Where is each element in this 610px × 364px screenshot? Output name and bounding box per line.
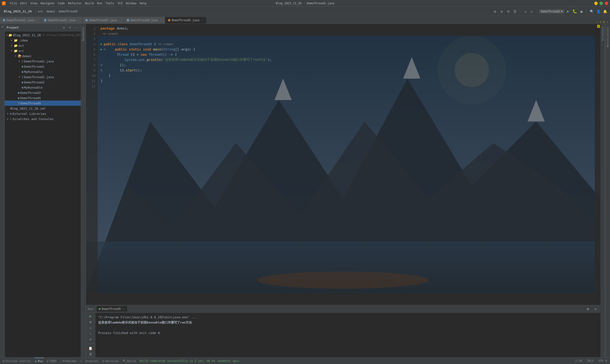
menu-file[interactable]: File: [9, 1, 18, 5]
menu-refactor[interactable]: Refactor: [66, 1, 83, 5]
run-softref-btn[interactable]: 📋: [88, 346, 94, 351]
tree-item-dt5[interactable]: J DemoThread5: [5, 101, 81, 106]
back-icon-btn[interactable]: ◁: [522, 8, 528, 14]
maximize-button[interactable]: □: [599, 2, 603, 5]
bookmarks-panel-toggle[interactable]: Bookmarks: [82, 25, 85, 41]
tab-overflow-btn[interactable]: ▾: [606, 21, 608, 24]
tree-item-blog[interactable]: ▼ 📁 Blog_2023_11_26 D:\Project\JAVA\Blog…: [5, 32, 81, 38]
encoding[interactable]: UTF-8: [597, 359, 608, 363]
menu-build[interactable]: Build: [84, 1, 95, 5]
tree-item-demo1[interactable]: ▼ 📦 demo1: [5, 53, 81, 59]
tab-demothread5[interactable]: DemoThread5.java ✕: [165, 17, 206, 24]
close-button[interactable]: ✕: [605, 2, 608, 5]
menu-code[interactable]: Code: [56, 1, 66, 5]
menu-window[interactable]: Window: [125, 1, 138, 5]
breadcrumb-demo1[interactable]: demo1: [46, 10, 55, 13]
run-stop-btn[interactable]: ■: [88, 319, 94, 324]
notification-icon-btn[interactable]: 🔔: [602, 8, 608, 14]
forward-icon-btn[interactable]: ▷: [529, 8, 535, 14]
menu-tools[interactable]: Tools: [104, 1, 116, 5]
bookmarks-label[interactable]: Bookmarks: [82, 27, 85, 41]
tree-item-dt2class[interactable]: ● DemoThread2: [5, 79, 81, 85]
run-tab-demothread5[interactable]: ■ DemoThread5 ✕: [96, 306, 127, 312]
tree-item-dt4[interactable]: ● DemoThread4: [5, 95, 81, 101]
debug-button[interactable]: 🐛: [572, 8, 578, 14]
run-gutter-icon[interactable]: ▶: [101, 42, 102, 46]
run-filter-btn[interactable]: ≡: [88, 337, 94, 342]
menu-navigate[interactable]: Navigate: [39, 1, 56, 5]
tab-close-icon[interactable]: ✕: [118, 19, 121, 22]
menu-edit[interactable]: Edit: [19, 1, 29, 5]
run-settings-icon[interactable]: ⚙: [585, 306, 591, 312]
panel-settings-icon[interactable]: ⚙: [61, 25, 66, 30]
tab-services[interactable]: ⚙ Services: [102, 358, 120, 364]
structure-label[interactable]: Structure: [601, 27, 604, 41]
tree-item-dt1file[interactable]: ▼ J DemoThread1.java: [5, 59, 81, 64]
panel-collapse-icon[interactable]: ≡: [67, 25, 73, 30]
project-name-label[interactable]: Blog_2023_11_26: [2, 10, 34, 13]
tree-item-dt1class[interactable]: ● DemoThread1: [5, 64, 81, 69]
panel-close-icon[interactable]: —: [74, 25, 79, 30]
status-right: 2:38 CRLF UTF-8: [574, 359, 608, 363]
collapse-icon-btn[interactable]: ⊟: [505, 8, 511, 14]
tree-item-dt2file[interactable]: ▼ J DemoThread2.java: [5, 74, 81, 79]
settings-icon-btn[interactable]: ⚙: [492, 8, 498, 14]
line-ending[interactable]: CRLF: [586, 359, 595, 363]
run-close-icon[interactable]: ✕: [592, 306, 598, 312]
run-scroll-btn[interactable]: ↓: [88, 331, 94, 336]
tree-item-myrunnable2[interactable]: ● MyRunnable: [5, 85, 81, 90]
tab-build[interactable]: 🔨 Build: [122, 358, 137, 364]
run-gutter-icon-2[interactable]: ▶: [101, 48, 102, 51]
tab-demothread1[interactable]: DemoThread1.java ✕: [0, 17, 41, 24]
tab-demothread3[interactable]: DemoThread3.java ✕: [82, 17, 124, 24]
tab-problems[interactable]: ⚠ Problems: [59, 358, 78, 364]
tab-close-icon[interactable]: ✕: [36, 19, 38, 22]
run-rerun-btn[interactable]: ↺: [88, 325, 94, 330]
run-config-name: DemoThread5: [541, 10, 560, 13]
structure-icon-btn[interactable]: ≡: [498, 8, 505, 14]
run-tab-close-icon[interactable]: ✕: [122, 307, 125, 311]
menu-vcs[interactable]: VCS: [116, 1, 124, 5]
coverage-button[interactable]: ▣: [578, 8, 584, 14]
tab-demothread4[interactable]: DemoThread4.java ✕: [124, 17, 165, 24]
minimize-button[interactable]: ─: [594, 2, 597, 5]
tab-close-icon[interactable]: ✕: [77, 19, 79, 22]
tab-label: DemoThread3.java: [89, 19, 117, 22]
tree-item-scratch[interactable]: ▶ ✎ Scratches and Consoles: [5, 116, 81, 121]
tab-demothread2[interactable]: DemoThread2.java ✕: [41, 17, 82, 24]
run-config-selector[interactable]: DemoThread5 ▼: [539, 9, 564, 13]
run-button[interactable]: ▶: [565, 8, 571, 14]
tree-item-extlib[interactable]: ▶ ⊞ External Libraries: [5, 111, 81, 116]
tab-version-control[interactable]: ⑆ Version Control: [2, 358, 32, 364]
tab-close-icon[interactable]: ✕: [159, 19, 162, 22]
run-output[interactable]: "C:\Program Files\Java\jdk1.8.0_192\bin\…: [95, 313, 600, 357]
tab-run[interactable]: ▶ Run: [34, 358, 44, 364]
menu-run[interactable]: Run: [96, 1, 104, 5]
run-restart-btn[interactable]: ▶: [88, 314, 94, 318]
code-content[interactable]: package demo1; no usages ▶ public class …: [98, 24, 595, 305]
project-icon[interactable]: P: [0, 25, 4, 29]
activity-bar: P: [0, 24, 5, 357]
breadcrumb-class[interactable]: DemoThread5: [59, 10, 78, 13]
tab-terminal[interactable]: >_ Terminal: [79, 358, 99, 364]
run-trash-btn[interactable]: 🗑: [88, 351, 94, 356]
code-editor: 1 2 3 4 5 ⧖ 6 7 8 9 10 11: [86, 24, 600, 305]
tree-item-iml[interactable]: Blog_2023_11_26.iml: [5, 106, 81, 111]
config-icon-btn[interactable]: ☰: [512, 8, 518, 14]
warning-indicator[interactable]: ⚠ 1 ▼: [597, 21, 605, 24]
tab-todo[interactable]: ≡ TODO: [46, 358, 57, 364]
search-everywhere-button[interactable]: 🔍: [589, 8, 595, 14]
tree-item-idea[interactable]: ▶ 📁 .idea: [5, 38, 81, 43]
tree-arrow: ▼: [10, 49, 13, 52]
tree-item-myrunnable1[interactable]: ● MyRunnable: [5, 69, 81, 74]
menu-help[interactable]: Help: [138, 1, 148, 5]
breadcrumb-src[interactable]: src: [38, 10, 43, 13]
tree-item-out[interactable]: ▶ 📁 out: [5, 43, 81, 48]
cursor-position[interactable]: 2:38: [574, 359, 583, 363]
tree-item-dt3[interactable]: ● DemoThread3: [5, 90, 81, 95]
tab-close-icon[interactable]: ✕: [201, 19, 203, 22]
menu-view[interactable]: View: [29, 1, 39, 5]
notifications-label[interactable]: Notifications: [606, 27, 609, 47]
tree-item-src[interactable]: ▼ 📁 src: [5, 48, 81, 53]
user-icon-btn[interactable]: 👤: [595, 8, 601, 14]
